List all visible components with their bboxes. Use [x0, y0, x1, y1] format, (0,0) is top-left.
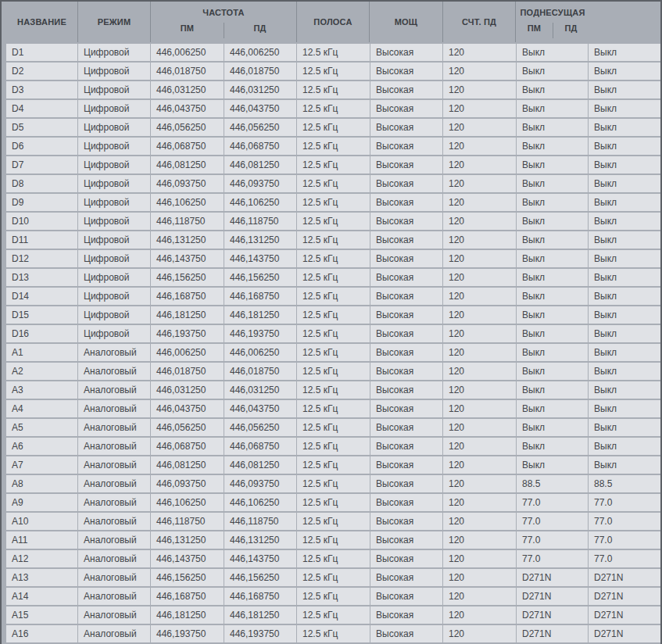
cell-frequency-tx[interactable]: 446,006250: [224, 344, 296, 361]
cell-subcarrier-rx[interactable]: 77.0: [517, 550, 588, 567]
cell-bandwidth[interactable]: 12.5 кГц: [297, 156, 370, 174]
cell-subcarrier-tx[interactable]: Выкл: [589, 138, 660, 155]
cell-sqt[interactable]: 120: [443, 419, 516, 436]
cell-sqt[interactable]: 120: [443, 344, 516, 361]
cell-sqt[interactable]: 120: [443, 381, 516, 399]
cell-sqt[interactable]: 120: [443, 625, 516, 642]
cell-sqt[interactable]: 120: [443, 569, 516, 586]
cell-subcarrier-rx[interactable]: Выкл: [517, 419, 588, 436]
cell-power[interactable]: Высокая: [370, 550, 442, 567]
cell-subcarrier-tx[interactable]: Выкл: [589, 119, 660, 136]
cell-frequency-rx[interactable]: 446,118750: [151, 513, 224, 530]
cell-bandwidth[interactable]: 12.5 кГц: [297, 531, 370, 549]
cell-frequency-tx[interactable]: 446,056250: [224, 419, 296, 436]
cell-frequency-rx[interactable]: 446,106250: [151, 494, 224, 511]
cell-power[interactable]: Высокая: [370, 119, 442, 136]
cell-frequency-tx[interactable]: 446,106250: [224, 494, 296, 511]
cell-bandwidth[interactable]: 12.5 кГц: [297, 513, 370, 530]
cell-frequency-tx[interactable]: 446,181250: [224, 606, 296, 624]
cell-name[interactable]: A9: [6, 494, 77, 511]
cell-subcarrier-tx[interactable]: Выкл: [589, 81, 660, 98]
cell-sqt[interactable]: 120: [443, 475, 516, 492]
cell-name[interactable]: D8: [6, 175, 77, 192]
cell-mode[interactable]: Аналоговый: [78, 513, 150, 530]
cell-bandwidth[interactable]: 12.5 кГц: [297, 400, 370, 417]
cell-frequency-tx[interactable]: 446,056250: [224, 119, 296, 136]
cell-sqt[interactable]: 120: [443, 494, 516, 511]
cell-bandwidth[interactable]: 12.5 кГц: [297, 550, 370, 567]
cell-subcarrier-tx[interactable]: Выкл: [589, 175, 660, 192]
cell-power[interactable]: Высокая: [370, 606, 442, 624]
cell-subcarrier-rx[interactable]: Выкл: [517, 363, 588, 380]
cell-name[interactable]: A15: [6, 606, 77, 624]
cell-bandwidth[interactable]: 12.5 кГц: [297, 138, 370, 155]
cell-frequency-rx[interactable]: 446,156250: [151, 269, 224, 286]
cell-subcarrier-tx[interactable]: Выкл: [589, 63, 660, 80]
cell-name[interactable]: A16: [6, 625, 77, 642]
cell-frequency-tx[interactable]: 446,068750: [224, 138, 296, 155]
cell-power[interactable]: Высокая: [370, 63, 442, 80]
cell-frequency-rx[interactable]: 446,068750: [151, 138, 224, 155]
cell-bandwidth[interactable]: 12.5 кГц: [297, 625, 370, 642]
cell-frequency-rx[interactable]: 446,018750: [151, 363, 224, 380]
cell-subcarrier-rx[interactable]: 77.0: [517, 513, 588, 530]
cell-bandwidth[interactable]: 12.5 кГц: [297, 231, 370, 249]
cell-frequency-rx[interactable]: 446,043750: [151, 400, 224, 417]
cell-frequency-tx[interactable]: 446,131250: [224, 231, 296, 249]
cell-power[interactable]: Высокая: [370, 231, 442, 249]
cell-subcarrier-tx[interactable]: D271N: [589, 606, 660, 624]
cell-name[interactable]: A14: [6, 588, 77, 605]
cell-subcarrier-tx[interactable]: Выкл: [589, 438, 660, 455]
cell-bandwidth[interactable]: 12.5 кГц: [297, 606, 370, 624]
cell-name[interactable]: D7: [6, 156, 77, 174]
cell-mode[interactable]: Цифровой: [78, 231, 150, 249]
cell-frequency-tx[interactable]: 446,156250: [224, 269, 296, 286]
cell-subcarrier-rx[interactable]: Выкл: [517, 288, 588, 305]
cell-subcarrier-tx[interactable]: Выкл: [589, 344, 660, 361]
cell-mode[interactable]: Аналоговый: [78, 531, 150, 549]
cell-bandwidth[interactable]: 12.5 кГц: [297, 44, 370, 61]
cell-subcarrier-tx[interactable]: 77.0: [589, 513, 660, 530]
cell-subcarrier-tx[interactable]: 77.0: [589, 531, 660, 549]
cell-mode[interactable]: Аналоговый: [78, 344, 150, 361]
cell-frequency-rx[interactable]: 446,156250: [151, 569, 224, 586]
cell-name[interactable]: D11: [6, 231, 77, 249]
cell-sqt[interactable]: 120: [443, 588, 516, 605]
cell-frequency-rx[interactable]: 446,118750: [151, 213, 224, 230]
cell-subcarrier-rx[interactable]: Выкл: [517, 119, 588, 136]
cell-frequency-rx[interactable]: 446,168750: [151, 588, 224, 605]
cell-mode[interactable]: Цифровой: [78, 138, 150, 155]
cell-subcarrier-tx[interactable]: Выкл: [589, 288, 660, 305]
cell-name[interactable]: A6: [6, 438, 77, 455]
cell-frequency-tx[interactable]: 446,106250: [224, 194, 296, 211]
cell-bandwidth[interactable]: 12.5 кГц: [297, 306, 370, 324]
cell-bandwidth[interactable]: 12.5 кГц: [297, 569, 370, 586]
cell-sqt[interactable]: 120: [443, 606, 516, 624]
cell-sqt[interactable]: 120: [443, 250, 516, 267]
cell-subcarrier-tx[interactable]: Выкл: [589, 456, 660, 474]
cell-subcarrier-rx[interactable]: Выкл: [517, 325, 588, 342]
cell-frequency-rx[interactable]: 446,093750: [151, 475, 224, 492]
cell-frequency-rx[interactable]: 446,143750: [151, 550, 224, 567]
cell-frequency-tx[interactable]: 446,018750: [224, 363, 296, 380]
cell-name[interactable]: A7: [6, 456, 77, 474]
cell-subcarrier-rx[interactable]: Выкл: [517, 213, 588, 230]
cell-name[interactable]: D9: [6, 194, 77, 211]
cell-sqt[interactable]: 120: [443, 44, 516, 61]
cell-subcarrier-rx[interactable]: Выкл: [517, 250, 588, 267]
cell-bandwidth[interactable]: 12.5 кГц: [297, 438, 370, 455]
cell-bandwidth[interactable]: 12.5 кГц: [297, 288, 370, 305]
cell-mode[interactable]: Аналоговый: [78, 550, 150, 567]
cell-power[interactable]: Высокая: [370, 194, 442, 211]
cell-frequency-rx[interactable]: 446,006250: [151, 44, 224, 61]
cell-frequency-rx[interactable]: 446,018750: [151, 63, 224, 80]
cell-power[interactable]: Высокая: [370, 381, 442, 399]
cell-sqt[interactable]: 120: [443, 63, 516, 80]
cell-subcarrier-tx[interactable]: Выкл: [589, 100, 660, 117]
cell-power[interactable]: Высокая: [370, 531, 442, 549]
cell-sqt[interactable]: 120: [443, 100, 516, 117]
cell-frequency-rx[interactable]: 446,056250: [151, 419, 224, 436]
cell-name[interactable]: A11: [6, 531, 77, 549]
cell-sqt[interactable]: 120: [443, 194, 516, 211]
cell-frequency-rx[interactable]: 446,143750: [151, 250, 224, 267]
